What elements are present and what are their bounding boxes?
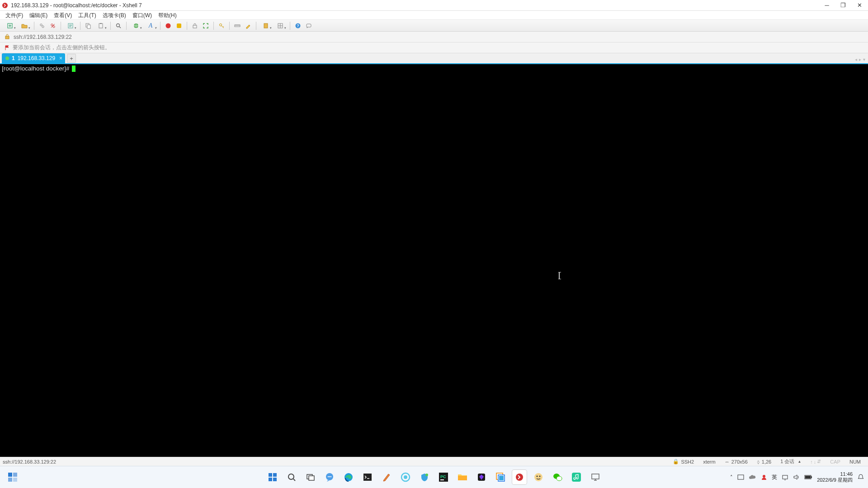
maximize-button[interactable]: ❐ <box>839 1 847 9</box>
svg-point-0 <box>2 3 8 8</box>
arrow-down-icon[interactable]: ↓ <box>814 459 816 465</box>
find-button[interactable] <box>114 21 123 30</box>
menu-tools[interactable]: 工具(T) <box>78 12 96 19</box>
tab-close-icon[interactable]: × <box>59 55 62 61</box>
status-pos: ⎀1,26 <box>757 459 771 465</box>
session-tab[interactable]: 1 192.168.33.129 × <box>2 53 65 63</box>
highlighter-icon[interactable] <box>244 21 253 30</box>
svg-point-44 <box>425 474 428 476</box>
menu-tab[interactable]: 选项卡(B) <box>103 12 126 19</box>
close-button[interactable]: ✕ <box>855 1 863 9</box>
tray-notification-icon[interactable] <box>857 474 864 481</box>
layout-button[interactable] <box>274 21 287 30</box>
paste-button[interactable] <box>94 21 107 30</box>
tray-person-icon[interactable] <box>761 474 767 480</box>
status-nav: ↑ ↓ ⇵ <box>810 459 821 465</box>
vmware-icon[interactable] <box>493 470 508 484</box>
address-bar[interactable]: ssh://192.168.33.129:22 <box>0 32 868 42</box>
tab-next-icon[interactable]: ▸ <box>859 57 861 62</box>
status-num: NUM <box>849 459 861 465</box>
arrow-sync-icon[interactable]: ⇵ <box>817 459 821 465</box>
xshell-taskbar-icon[interactable] <box>512 470 527 484</box>
svg-rect-41 <box>363 474 372 481</box>
menu-window[interactable]: 窗口(W) <box>132 12 152 19</box>
fullscreen-icon[interactable] <box>201 21 210 30</box>
svg-point-39 <box>330 476 331 477</box>
svg-rect-32 <box>273 478 277 481</box>
arrow-up-icon[interactable]: ↑ <box>810 459 813 465</box>
edge-icon[interactable] <box>341 470 356 484</box>
tray-onedrive-icon[interactable] <box>749 474 756 480</box>
ruler-icon[interactable] <box>233 21 242 30</box>
properties-button[interactable] <box>64 21 77 30</box>
separator <box>256 22 256 30</box>
separator <box>290 22 290 30</box>
svg-point-55 <box>537 476 538 477</box>
taskview-icon[interactable] <box>303 470 318 484</box>
separator <box>80 22 80 30</box>
app-icon-1[interactable] <box>531 470 546 484</box>
red-ball-icon[interactable] <box>164 21 173 30</box>
status-dot-icon <box>5 56 9 60</box>
tab-menu-icon[interactable]: ▾ <box>863 57 865 62</box>
yellow-square-icon[interactable] <box>175 21 184 30</box>
obsidian-icon[interactable] <box>474 470 489 484</box>
tab-prev-icon[interactable]: ◂ <box>855 57 857 62</box>
tab-nav: ◂ ▸ ▾ <box>855 57 865 62</box>
flag-icon[interactable] <box>5 45 10 51</box>
tray-ime[interactable]: 英 <box>772 474 777 481</box>
tray-chevron-up-icon[interactable]: ˄ <box>730 474 733 480</box>
wechat-icon[interactable] <box>550 470 565 484</box>
system-icon[interactable] <box>588 470 603 484</box>
globe-button[interactable] <box>130 21 142 30</box>
svg-point-4 <box>51 23 53 25</box>
music-icon[interactable] <box>569 470 584 484</box>
file-explorer-icon[interactable] <box>455 470 470 484</box>
reconnect-button[interactable] <box>38 21 47 30</box>
pycharm-icon[interactable]: PC <box>436 470 451 484</box>
tray-network-icon[interactable] <box>782 474 788 480</box>
svg-text:?: ? <box>297 23 299 28</box>
lock-toolbar-icon[interactable] <box>190 21 199 30</box>
separator <box>61 22 61 30</box>
teams-chat-icon[interactable] <box>322 470 337 484</box>
open-button[interactable] <box>18 21 31 30</box>
chat-icon[interactable] <box>304 21 313 30</box>
chevron-up-icon: ▲ <box>797 460 801 464</box>
svg-rect-52 <box>499 476 504 480</box>
menu-help[interactable]: 帮助(H) <box>158 12 177 19</box>
help-circle-icon[interactable]: ? <box>293 21 302 30</box>
search-icon[interactable] <box>284 470 299 484</box>
font-button[interactable]: A <box>144 21 157 30</box>
size-icon: ↔ <box>725 459 730 465</box>
menu-edit[interactable]: 编辑(E) <box>29 12 47 19</box>
lock-icon <box>5 34 11 40</box>
new-session-button[interactable] <box>4 21 16 30</box>
tray-clock[interactable]: 11:46 2022/6/9 星期四 <box>817 471 853 483</box>
status-term: xterm <box>703 459 716 465</box>
svg-rect-61 <box>738 475 744 479</box>
svg-rect-23 <box>307 24 311 27</box>
widgets-icon[interactable] <box>5 470 20 484</box>
copy-button[interactable] <box>84 21 93 30</box>
separator <box>110 22 111 30</box>
minimize-button[interactable]: ─ <box>823 1 831 9</box>
menu-file[interactable]: 文件(F) <box>5 12 23 19</box>
new-tab-button[interactable]: + <box>67 54 76 63</box>
menu-view[interactable]: 查看(V) <box>54 12 72 19</box>
key-icon[interactable] <box>217 21 226 30</box>
shield-icon[interactable] <box>417 470 432 484</box>
disconnect-button[interactable] <box>48 21 57 30</box>
pen-icon[interactable] <box>379 470 394 484</box>
svg-point-5 <box>53 25 55 27</box>
window-title: 192.168.33.129 - root@localhost:/etc/doc… <box>11 2 823 9</box>
terminal-icon[interactable] <box>360 470 375 484</box>
windows-start-icon[interactable] <box>265 470 280 484</box>
bookmark-button[interactable] <box>259 21 272 30</box>
tray-app-icon[interactable] <box>737 474 744 481</box>
terminal[interactable]: [root@localhost docker]# <box>0 64 868 457</box>
tray-volume-icon[interactable] <box>793 474 800 480</box>
tray-battery-icon[interactable] <box>804 474 812 480</box>
status-sessions[interactable]: 1 会话▲ <box>780 458 801 465</box>
browser-icon[interactable] <box>398 470 413 484</box>
